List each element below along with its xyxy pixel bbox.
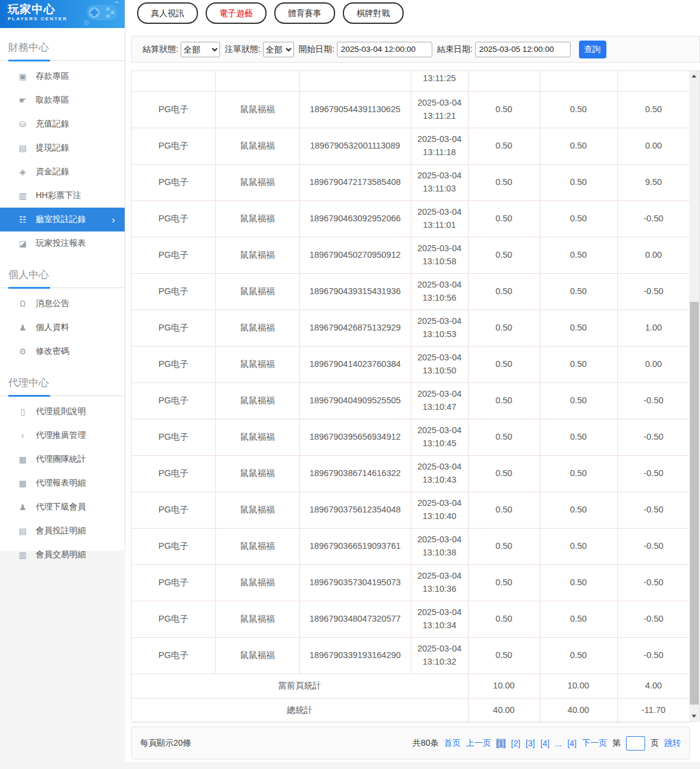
end-date-input[interactable] (475, 42, 571, 57)
page-link-3[interactable]: [3] (526, 739, 535, 748)
sidebar-item-deposit[interactable]: ▣存款專區 (0, 64, 125, 88)
news-icon: ▦ (17, 455, 29, 464)
sidebar-item-agent-promotion[interactable]: ‹代理推廣管理 (0, 424, 125, 447)
valid-bet-cell: 0.50 (540, 382, 617, 419)
game-name-cell: 鼠鼠福福 (215, 601, 299, 637)
table-row: PG电子鼠鼠福福18967904049095255052025-03-0413:… (132, 382, 690, 419)
sidebar-item-player-bet-report[interactable]: ◪玩家投注報表 (0, 231, 125, 255)
prev-page-link[interactable]: 上一页 (466, 738, 491, 749)
bet-amount-cell: 0.50 (468, 637, 540, 674)
section-underline (0, 58, 125, 61)
sidebar-item-hh-lottery-bets[interactable]: ▥HH彩票下注 (0, 184, 125, 208)
valid-bet-cell: 0.50 (540, 419, 617, 455)
jump-button[interactable]: 跳转 (664, 738, 681, 749)
sidebar-item-withdraw[interactable]: ☛取款專區 (0, 88, 125, 112)
win-loss-cell: 4.00 (617, 674, 690, 698)
users-icon: ♟ (17, 502, 29, 512)
bet-amount-cell: 0.50 (468, 528, 540, 564)
platform-cell: PG电子 (132, 637, 215, 674)
doc-icon: ▯ (17, 407, 29, 416)
jump-page-input[interactable] (626, 736, 645, 751)
win-loss-cell: -0.50 (617, 273, 690, 310)
order-no-cell: 1896790348047320577 (299, 601, 411, 637)
bet-amount-cell: 0.50 (468, 564, 540, 601)
page-link-2[interactable]: [2] (511, 739, 521, 748)
bet-amount-cell: 0.50 (468, 601, 540, 637)
sidebar-item-agent-report-details[interactable]: ▦代理報表明細 (0, 471, 125, 495)
sidebar-item-funds-records[interactable]: ◈資金記錄 (0, 160, 125, 184)
sidebar-item-agent-rules[interactable]: ▯代理規則說明 (0, 400, 125, 424)
sidebar-item-announcements[interactable]: Ω消息公告 (0, 292, 125, 316)
win-loss-cell: -11.70 (617, 698, 690, 722)
bet-time-cell: 2025-03-0413:11:21 (411, 91, 468, 128)
query-button[interactable]: 查詢 (579, 41, 606, 58)
sidebar-item-member-transaction-details[interactable]: ▥會員交易明細 (0, 543, 125, 567)
tab-sports-events[interactable]: 體育賽事 (274, 2, 335, 24)
section-underline (0, 394, 125, 396)
scroll-down-arrow-icon[interactable] (689, 711, 699, 721)
platform-cell: PG电子 (132, 164, 215, 200)
bet-records-tbody: 13:11:25PG电子鼠鼠福福18967905443911306252025-… (132, 71, 690, 722)
valid-bet-cell: 0.50 (540, 564, 617, 601)
bell-icon: Ω (17, 299, 29, 308)
sidebar-item-profile[interactable]: ♟個人資料 (0, 316, 125, 339)
order-no-cell: 1896790375612354048 (299, 492, 411, 528)
scrollbar-thumb[interactable] (690, 302, 699, 705)
win-loss-cell: 1.00 (617, 310, 690, 346)
sidebar-item-agent-team-stats[interactable]: ▦代理團隊統計 (0, 447, 125, 471)
bet-time-cell: 2025-03-0413:10:45 (411, 419, 468, 455)
platform-cell: PG电子 (132, 492, 215, 528)
sidebar-item-member-bet-details[interactable]: ▤會員投註明細 (0, 519, 125, 543)
order-no-cell: 1896790357304195073 (299, 564, 411, 601)
platform-cell: PG电子 (132, 564, 215, 601)
bet-time-cell: 2025-03-0413:10:32 (411, 637, 468, 674)
win-loss-cell: -0.50 (617, 601, 690, 637)
user-icon: ♟ (17, 323, 29, 332)
valid-bet-cell: 10.00 (540, 674, 617, 698)
transactions-icon: ▥ (17, 550, 29, 560)
news-icon: ▦ (17, 478, 29, 488)
page-link-6[interactable]: [4] (567, 739, 577, 748)
tab-board-card-battle[interactable]: 棋牌對戰 (343, 2, 404, 24)
sidebar-item-agent-sub-members[interactable]: ♟代理下級會員 (0, 495, 125, 519)
section-underline-accent (8, 395, 50, 397)
sidebar-item-recharge-records[interactable]: ⛁充值記錄 (0, 112, 125, 136)
sidebar-item-change-password[interactable]: ⚙修改密碼 (0, 339, 125, 363)
tab-live-video[interactable]: 真人視訊 (137, 2, 198, 24)
bet-time-cell: 2025-03-0413:11:18 (411, 128, 468, 164)
funds-record-icon: ◈ (17, 167, 29, 177)
table-row: PG电子鼠鼠福福18967903756123540482025-03-0413:… (132, 492, 690, 528)
sidebar-item-label: 代理規則說明 (36, 406, 86, 417)
valid-bet-cell: 0.50 (540, 273, 617, 310)
sidebar-item-label: 提現記錄 (36, 143, 69, 153)
first-page-link[interactable]: 首页 (444, 738, 460, 749)
platform-cell: PG电子 (132, 455, 215, 492)
platform-cell: PG电子 (132, 528, 215, 564)
bet-records-table: 13:11:25PG电子鼠鼠福福18967905443911306252025-… (132, 71, 690, 723)
bet-time-cell: 2025-03-0413:11:01 (411, 200, 468, 237)
room-bets-icon: ☷ (17, 215, 29, 224)
tab-electronic-games[interactable]: 電子遊藝 (206, 2, 267, 24)
bet-amount-cell (468, 71, 540, 91)
bet-amount-cell: 0.50 (468, 492, 540, 528)
page-link-4[interactable]: [4] (540, 739, 550, 748)
game-name-cell: 鼠鼠福福 (215, 91, 299, 128)
bet-time-cell: 2025-03-0413:10:34 (411, 601, 468, 637)
bet-status-select[interactable]: 全部 (263, 42, 294, 57)
order-no-cell: 1896790395656934912 (299, 419, 411, 455)
next-page-link[interactable]: 下一页 (582, 738, 607, 749)
scroll-up-arrow-icon[interactable] (689, 71, 699, 81)
platform-cell: PG电子 (132, 310, 215, 346)
settle-status-select[interactable]: 全部 (181, 42, 220, 57)
table-row: PG电子鼠鼠福福18967903956569349122025-03-0413:… (132, 419, 690, 455)
order-no-cell: 1896790426875132929 (299, 310, 411, 346)
table-scrollbar[interactable] (689, 71, 699, 721)
summary-label-cell: 當前頁統計 (132, 674, 468, 698)
section-underline-accent (8, 60, 50, 61)
page-link-1[interactable]: [1] (496, 739, 506, 748)
sidebar-item-withdrawal-records[interactable]: ▤提現記錄 (0, 136, 125, 160)
start-date-input[interactable] (337, 42, 432, 57)
game-name-cell: 鼠鼠福福 (215, 419, 299, 455)
sidebar-item-room-bet-records[interactable]: ☷廳室投註記錄› (0, 208, 125, 231)
order-no-cell: 1896790544391130625 (299, 91, 411, 128)
